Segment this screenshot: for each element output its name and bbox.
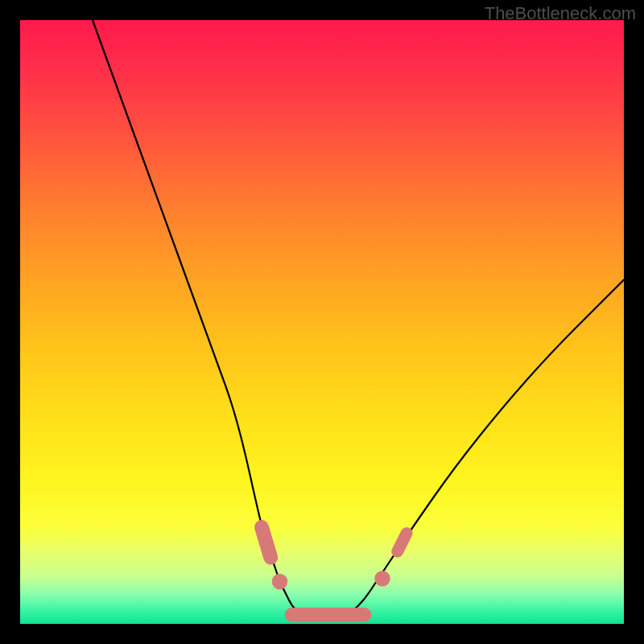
series-bottleneck-curve: [93, 20, 624, 618]
highlight-segment-right: [398, 534, 407, 552]
plot-area: [20, 20, 624, 624]
highlight-dot-right: [374, 571, 390, 587]
highlight-dot-left: [272, 574, 288, 590]
highlight-segment-left: [262, 527, 270, 558]
chart-overlay: [20, 20, 624, 624]
chart-frame: TheBottleneck.com: [0, 0, 644, 644]
